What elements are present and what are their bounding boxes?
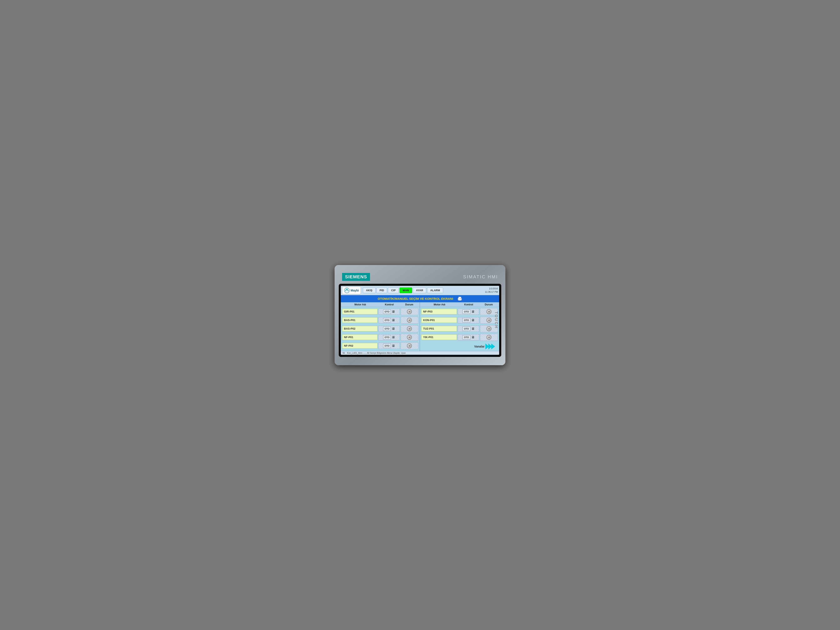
motor-status-right-3[interactable]: M [480, 334, 498, 341]
screen-bezel: Maybi AKIŞ PID CIP MAN AYAR ALARM 1/1/20… [339, 284, 501, 357]
left-motor-adi-header: Motor Adı [342, 303, 378, 306]
motor-status-left-2[interactable]: M [401, 325, 418, 332]
motor-name-right-0: NF-P03 [421, 309, 457, 314]
motor-row-right-3: YIK-P01 OTO 🖥 M [421, 333, 498, 341]
simatic-label: SIMATIC HMI [463, 274, 498, 279]
vanalar-arrows[interactable] [486, 344, 495, 349]
oto-btn-left-4[interactable]: OTO [383, 344, 391, 348]
left-durum-header: Durum [400, 303, 418, 306]
motor-row-left-1: BAS-P01 OTO 🖥 M [342, 316, 418, 324]
maybi-text: Maybi [351, 289, 359, 292]
motor-row-right-2: TUZ-P01 OTO 🖥 M [421, 325, 498, 333]
status-circle-right-3: M [486, 335, 491, 340]
monitor-icon-right-1: 🖥 [471, 318, 475, 322]
status-circle-left-0: M [407, 309, 412, 314]
status-circle-right-1: M [486, 318, 491, 323]
svg-point-1 [346, 289, 348, 290]
oto-btn-right-1[interactable]: OTO [463, 318, 471, 322]
motor-name-left-2: BAS-P02 [342, 326, 377, 332]
motor-control-left-3: OTO 🖥 [378, 334, 399, 340]
monitor-icon-left-3: 🖥 [392, 335, 395, 339]
status-circle-left-4: M [407, 343, 412, 348]
motor-control-right-0: OTO 🖥 [458, 308, 479, 315]
oto-btn-right-2[interactable]: OTO [463, 327, 471, 331]
device-frame: SIEMENS SIMATIC HMI Maybi AKIŞ P [335, 265, 505, 365]
motors-right-panel: NF-P03 OTO 🖥 M KON-P01 OTO 🖥 M TUZ-P01 O… [420, 307, 499, 351]
left-kontrol-header: Kontrol [378, 303, 400, 306]
nav-man-button[interactable]: MAN [399, 287, 412, 293]
motor-status-left-4[interactable]: M [401, 342, 418, 349]
screen: Maybi AKIŞ PID CIP MAN AYAR ALARM 1/1/20… [341, 286, 499, 355]
motor-status-left-0[interactable]: M [401, 308, 418, 315]
table-header: Motor Adı Kontrol Durum Motor Adı Kontro… [341, 302, 499, 307]
status-circle-left-1: M [407, 318, 412, 323]
nav-cip-button[interactable]: CIP [388, 287, 399, 293]
status-circle-left-3: M [407, 335, 412, 340]
motor-name-right-2: TUZ-P01 [421, 326, 457, 332]
oto-btn-left-0[interactable]: OTO [383, 309, 391, 314]
nav-pid-button[interactable]: PID [376, 287, 387, 293]
monitor-icon-left-0: 🖥 [392, 310, 395, 314]
vanalar-section[interactable]: Vanalar [420, 342, 499, 351]
screen-wrapper: Maybi AKIŞ PID CIP MAN AYAR ALARM 1/1/20… [341, 286, 499, 355]
status-code: 56 [343, 352, 345, 354]
monitor-icon-right-2: 🖥 [471, 327, 475, 331]
right-kontrol-header: Kontrol [458, 303, 480, 306]
vanalar-label: Vanalar [474, 345, 485, 348]
oto-btn-left-3[interactable]: OTO [383, 335, 391, 339]
motor-control-right-1: OTO 🖥 [458, 317, 479, 323]
motor-name-left-4: NF-P02 [342, 343, 377, 349]
datetime-display: 1/1/2016 11:35:17 PM [485, 287, 498, 294]
status-circle-left-2: M [407, 326, 412, 331]
svg-point-5 [461, 298, 461, 299]
motor-control-left-4: OTO 🖥 [378, 343, 399, 349]
motor-row-left-0: GIR-P01 OTO 🖥 M [342, 308, 418, 316]
motors-grid: GIR-P01 OTO 🖥 M BAS-P01 OTO 🖥 M BAS-P02 … [341, 307, 499, 351]
motor-status-left-1[interactable]: M [401, 317, 418, 324]
monitor-icon-left-4: 🖥 [392, 344, 395, 348]
motor-status-left-3[interactable]: M [401, 334, 418, 341]
monitor-icon-left-1: 🖥 [392, 318, 395, 322]
right-motor-adi-header: Motor Adı [421, 303, 458, 306]
motor-row-left-3: NF-P01 OTO 🖥 M [342, 333, 418, 341]
motor-control-right-3: OTO 🖥 [458, 334, 479, 340]
title-bar: OTOMATİK/MANUEL SEÇİM VE KONTROL EKRANI [341, 295, 499, 302]
motor-control-left-1: OTO 🖥 [378, 317, 399, 323]
monitor-icon-right-0: 🖥 [471, 310, 475, 314]
maybi-logo: Maybi [342, 287, 361, 294]
maybi-logo-icon [344, 287, 350, 293]
motor-row-right-0: NF-P03 OTO 🖥 M [421, 308, 498, 316]
motor-row-left-2: BAS-P02 OTO 🖥 M [342, 325, 418, 333]
motor-name-left-0: GIR-P01 [342, 309, 377, 314]
right-durum-header: Durum [480, 303, 498, 306]
motors-left-panel: GIR-P01 OTO 🖥 M BAS-P01 OTO 🖥 M BAS-P02 … [341, 307, 420, 351]
motor-control-right-2: OTO 🖥 [458, 325, 479, 332]
left-col-group: Motor Adı Kontrol Durum [341, 302, 420, 307]
nav-akis-button[interactable]: AKIŞ [363, 287, 376, 293]
status-circle-right-0: M [486, 309, 491, 314]
oto-btn-left-1[interactable]: OTO [383, 318, 391, 322]
nav-alarm-button[interactable]: ALARM [427, 287, 443, 293]
motor-name-left-1: BAS-P01 [342, 317, 377, 323]
nav-ayar-button[interactable]: AYAR [413, 287, 426, 293]
monitor-icon-right-3: 🖥 [471, 335, 475, 339]
screen-title: OTOMATİK/MANUEL SEÇİM VE KONTROL EKRANI [378, 297, 453, 300]
right-col-group: Motor Adı Kontrol Durum [420, 302, 499, 307]
oto-btn-left-2[interactable]: OTO [383, 327, 391, 331]
svg-rect-3 [458, 297, 461, 298]
motor-name-left-3: NF-P01 [342, 335, 377, 340]
oto-btn-right-0[interactable]: OTO [463, 309, 471, 314]
motor-row-right-1: KON-P01 OTO 🖥 M [421, 316, 498, 324]
print-icon[interactable] [457, 297, 462, 301]
motors-right-container: NF-P03 OTO 🖥 M KON-P01 OTO 🖥 M TUZ-P01 O… [420, 307, 499, 342]
monitor-icon-left-2: 🖥 [392, 327, 395, 331]
status-message: Kon_Lsl01_Alrm ----- Alt Seviye Bölgesin… [347, 352, 406, 354]
motor-control-left-2: OTO 🖥 [378, 325, 399, 332]
nav-bar: Maybi AKIŞ PID CIP MAN AYAR ALARM 1/1/20… [341, 286, 499, 295]
motor-control-left-0: OTO 🖥 [378, 308, 399, 315]
motor-name-right-3: YIK-P01 [421, 335, 457, 340]
oto-btn-right-3[interactable]: OTO [463, 335, 471, 339]
arrow-3 [491, 344, 495, 349]
siemens-logo: SIEMENS [342, 273, 370, 281]
status-circle-right-2: M [486, 326, 491, 331]
